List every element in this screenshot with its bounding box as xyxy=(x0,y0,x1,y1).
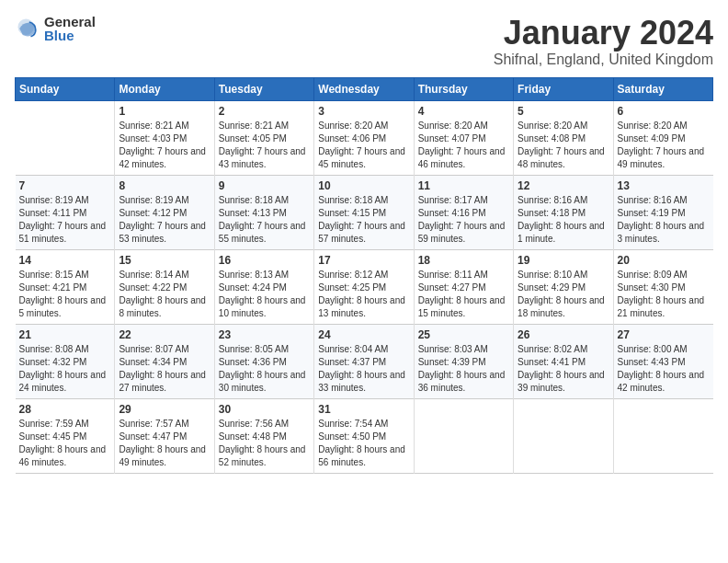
day-info: Sunrise: 8:20 AM Sunset: 4:07 PM Dayligh… xyxy=(418,120,509,171)
day-info: Sunrise: 7:59 AM Sunset: 4:45 PM Dayligh… xyxy=(19,418,111,469)
calendar-cell: 20Sunrise: 8:09 AM Sunset: 4:30 PM Dayli… xyxy=(613,249,712,324)
day-info: Sunrise: 7:54 AM Sunset: 4:50 PM Dayligh… xyxy=(318,418,409,469)
day-info: Sunrise: 8:20 AM Sunset: 4:06 PM Dayligh… xyxy=(318,120,409,171)
logo-text: General Blue xyxy=(44,15,96,42)
calendar-cell: 6Sunrise: 8:20 AM Sunset: 4:09 PM Daylig… xyxy=(613,100,712,175)
header-monday: Monday xyxy=(115,77,214,100)
calendar-cell: 25Sunrise: 8:03 AM Sunset: 4:39 PM Dayli… xyxy=(414,324,513,398)
calendar-title: January 2024 xyxy=(494,15,713,52)
calendar-cell: 21Sunrise: 8:08 AM Sunset: 4:32 PM Dayli… xyxy=(16,324,115,398)
day-info: Sunrise: 8:10 AM Sunset: 4:29 PM Dayligh… xyxy=(518,269,609,320)
day-info: Sunrise: 8:02 AM Sunset: 4:41 PM Dayligh… xyxy=(518,343,609,395)
day-number: 3 xyxy=(318,105,409,118)
day-info: Sunrise: 8:21 AM Sunset: 4:03 PM Dayligh… xyxy=(119,120,210,171)
day-info: Sunrise: 7:57 AM Sunset: 4:47 PM Dayligh… xyxy=(119,418,210,469)
day-number: 1 xyxy=(119,105,210,118)
calendar-cell: 2Sunrise: 8:21 AM Sunset: 4:05 PM Daylig… xyxy=(214,100,313,175)
calendar-cell: 11Sunrise: 8:17 AM Sunset: 4:16 PM Dayli… xyxy=(414,175,513,249)
header-row: Sunday Monday Tuesday Wednesday Thursday… xyxy=(16,77,713,100)
calendar-week-1: 7Sunrise: 8:19 AM Sunset: 4:11 PM Daylig… xyxy=(16,175,713,249)
calendar-week-4: 28Sunrise: 7:59 AM Sunset: 4:45 PM Dayli… xyxy=(16,398,713,473)
day-info: Sunrise: 8:00 AM Sunset: 4:43 PM Dayligh… xyxy=(618,343,710,395)
day-info: Sunrise: 8:21 AM Sunset: 4:05 PM Dayligh… xyxy=(219,120,310,171)
header-thursday: Thursday xyxy=(414,77,513,100)
header-friday: Friday xyxy=(514,77,613,100)
calendar-cell: 8Sunrise: 8:19 AM Sunset: 4:12 PM Daylig… xyxy=(115,175,214,249)
calendar-cell: 24Sunrise: 8:04 AM Sunset: 4:37 PM Dayli… xyxy=(314,324,414,398)
logo-blue: Blue xyxy=(44,29,96,42)
calendar-cell: 31Sunrise: 7:54 AM Sunset: 4:50 PM Dayli… xyxy=(314,398,414,473)
logo-icon xyxy=(15,16,40,41)
calendar-cell xyxy=(16,100,115,175)
day-info: Sunrise: 8:19 AM Sunset: 4:12 PM Dayligh… xyxy=(119,194,210,246)
header-row: General Blue January 2024 Shifnal, Engla… xyxy=(15,15,713,68)
calendar-cell: 28Sunrise: 7:59 AM Sunset: 4:45 PM Dayli… xyxy=(16,398,115,473)
logo-general: General xyxy=(44,15,96,29)
day-info: Sunrise: 8:08 AM Sunset: 4:32 PM Dayligh… xyxy=(19,343,111,395)
calendar-cell: 13Sunrise: 8:16 AM Sunset: 4:19 PM Dayli… xyxy=(613,175,712,249)
day-number: 16 xyxy=(219,254,310,267)
day-info: Sunrise: 8:09 AM Sunset: 4:30 PM Dayligh… xyxy=(618,269,710,320)
day-number: 17 xyxy=(318,254,409,267)
day-info: Sunrise: 8:11 AM Sunset: 4:27 PM Dayligh… xyxy=(418,269,509,320)
day-number: 11 xyxy=(418,179,509,192)
header-sunday: Sunday xyxy=(16,77,115,100)
day-number: 15 xyxy=(119,254,210,267)
day-info: Sunrise: 8:14 AM Sunset: 4:22 PM Dayligh… xyxy=(119,269,210,320)
day-number: 8 xyxy=(119,179,210,192)
day-info: Sunrise: 8:16 AM Sunset: 4:18 PM Dayligh… xyxy=(518,194,609,246)
calendar-cell: 10Sunrise: 8:18 AM Sunset: 4:15 PM Dayli… xyxy=(314,175,414,249)
calendar-subtitle: Shifnal, England, United Kingdom xyxy=(494,52,713,68)
day-number: 13 xyxy=(618,179,710,192)
day-info: Sunrise: 8:18 AM Sunset: 4:13 PM Dayligh… xyxy=(219,194,310,246)
day-number: 23 xyxy=(219,328,310,341)
day-info: Sunrise: 7:56 AM Sunset: 4:48 PM Dayligh… xyxy=(219,418,310,469)
title-block: January 2024 Shifnal, England, United Ki… xyxy=(494,15,713,68)
day-number: 7 xyxy=(19,179,111,192)
calendar-body: 1Sunrise: 8:21 AM Sunset: 4:03 PM Daylig… xyxy=(16,100,713,473)
day-number: 25 xyxy=(418,328,509,341)
day-number: 28 xyxy=(19,403,111,416)
day-number: 20 xyxy=(618,254,710,267)
calendar-week-2: 14Sunrise: 8:15 AM Sunset: 4:21 PM Dayli… xyxy=(16,249,713,324)
day-info: Sunrise: 8:16 AM Sunset: 4:19 PM Dayligh… xyxy=(618,194,710,246)
day-info: Sunrise: 8:04 AM Sunset: 4:37 PM Dayligh… xyxy=(318,343,409,395)
calendar-cell: 30Sunrise: 7:56 AM Sunset: 4:48 PM Dayli… xyxy=(214,398,313,473)
calendar-cell: 27Sunrise: 8:00 AM Sunset: 4:43 PM Dayli… xyxy=(613,324,712,398)
header-tuesday: Tuesday xyxy=(214,77,313,100)
day-info: Sunrise: 8:12 AM Sunset: 4:25 PM Dayligh… xyxy=(318,269,409,320)
day-number: 19 xyxy=(518,254,609,267)
day-number: 30 xyxy=(219,403,310,416)
day-number: 4 xyxy=(418,105,509,118)
day-number: 5 xyxy=(518,105,609,118)
day-number: 22 xyxy=(119,328,210,341)
calendar-cell xyxy=(613,398,712,473)
day-number: 2 xyxy=(219,105,310,118)
calendar-cell: 16Sunrise: 8:13 AM Sunset: 4:24 PM Dayli… xyxy=(214,249,313,324)
day-info: Sunrise: 8:05 AM Sunset: 4:36 PM Dayligh… xyxy=(219,343,310,395)
calendar-cell: 17Sunrise: 8:12 AM Sunset: 4:25 PM Dayli… xyxy=(314,249,414,324)
calendar-week-3: 21Sunrise: 8:08 AM Sunset: 4:32 PM Dayli… xyxy=(16,324,713,398)
calendar-cell: 1Sunrise: 8:21 AM Sunset: 4:03 PM Daylig… xyxy=(115,100,214,175)
day-number: 18 xyxy=(418,254,509,267)
day-info: Sunrise: 8:17 AM Sunset: 4:16 PM Dayligh… xyxy=(418,194,509,246)
page-container: General Blue January 2024 Shifnal, Engla… xyxy=(0,0,728,483)
calendar-cell: 23Sunrise: 8:05 AM Sunset: 4:36 PM Dayli… xyxy=(214,324,313,398)
calendar-cell: 15Sunrise: 8:14 AM Sunset: 4:22 PM Dayli… xyxy=(115,249,214,324)
day-info: Sunrise: 8:13 AM Sunset: 4:24 PM Dayligh… xyxy=(219,269,310,320)
day-info: Sunrise: 8:03 AM Sunset: 4:39 PM Dayligh… xyxy=(418,343,509,395)
day-number: 21 xyxy=(19,328,111,341)
day-number: 14 xyxy=(19,254,111,267)
logo: General Blue xyxy=(15,15,96,42)
calendar-header: Sunday Monday Tuesday Wednesday Thursday… xyxy=(16,77,713,100)
day-info: Sunrise: 8:18 AM Sunset: 4:15 PM Dayligh… xyxy=(318,194,409,246)
calendar-cell: 9Sunrise: 8:18 AM Sunset: 4:13 PM Daylig… xyxy=(214,175,313,249)
header-wednesday: Wednesday xyxy=(314,77,414,100)
calendar-cell xyxy=(414,398,513,473)
day-info: Sunrise: 8:07 AM Sunset: 4:34 PM Dayligh… xyxy=(119,343,210,395)
day-number: 9 xyxy=(219,179,310,192)
calendar-cell: 12Sunrise: 8:16 AM Sunset: 4:18 PM Dayli… xyxy=(514,175,613,249)
calendar-table: Sunday Monday Tuesday Wednesday Thursday… xyxy=(15,77,713,474)
calendar-cell: 26Sunrise: 8:02 AM Sunset: 4:41 PM Dayli… xyxy=(514,324,613,398)
day-number: 10 xyxy=(318,179,409,192)
